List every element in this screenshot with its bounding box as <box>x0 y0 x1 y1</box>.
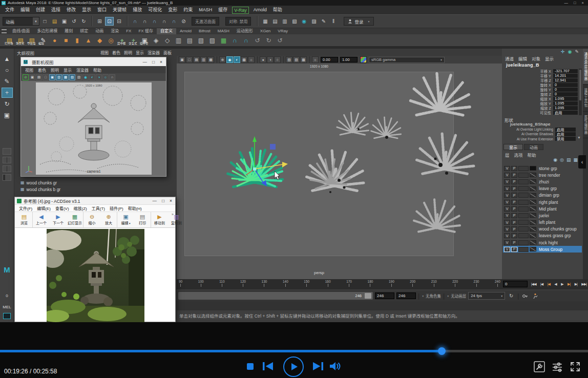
menu-item[interactable]: 编辑 <box>17 6 33 14</box>
tree render[interactable]: V P tree render <box>503 172 582 178</box>
menu-item[interactable]: 变形 <box>165 6 180 14</box>
go-to-range-end-button[interactable]: ▶▶| <box>581 282 586 286</box>
layer-playback-toggle[interactable]: P <box>511 226 517 232</box>
grid-icon[interactable]: ▤ <box>36 74 42 80</box>
zoom-out-button[interactable]: ⊖缩小 <box>83 212 100 227</box>
acdsee-menu[interactable]: 文件(F) <box>17 205 34 211</box>
layer-color-swatch[interactable] <box>530 173 536 177</box>
layer-visibility-toggle[interactable]: V <box>504 186 510 191</box>
layer-playback-toggle[interactable]: P <box>511 186 517 191</box>
pan-zoom-icon[interactable]: ▦ <box>207 56 214 63</box>
shelf-poly-cylinder[interactable]: ▮ <box>72 35 82 46</box>
layer-editor-menu[interactable]: 帮助 <box>528 152 536 158</box>
camera-window-menu[interactable]: 帮助 <box>91 67 103 73</box>
shape-node-name[interactable]: jueleikuang_BShape <box>510 122 551 127</box>
menu-item[interactable]: 窗口 <box>94 6 110 14</box>
menu-item[interactable]: V-Ray <box>232 7 249 14</box>
next-frame-button[interactable]: ▶| <box>568 282 570 286</box>
maximize-button[interactable]: □ <box>574 1 576 5</box>
shelf-tab[interactable]: 自定义 <box>157 28 176 34</box>
layer-mode-box[interactable] <box>518 173 529 178</box>
wireframe-on-shaded-icon[interactable]: ◉ <box>226 56 233 63</box>
camera-attributes-icon[interactable]: □ <box>186 56 193 63</box>
camera-window-menu[interactable]: 显示 <box>61 67 74 73</box>
layer-color-swatch[interactable] <box>530 220 536 225</box>
layer-playback-toggle[interactable]: P <box>511 179 517 184</box>
collapse-panel-button[interactable]: ‹ <box>578 155 586 169</box>
minimize-button[interactable]: — <box>564 1 569 5</box>
animation-layer-dropdown[interactable]: ▼无动画层 <box>447 293 466 299</box>
render-current-frame-icon[interactable]: ▤ <box>270 17 279 26</box>
layer-color-swatch[interactable] <box>530 247 536 251</box>
camera-window-menu[interactable]: 着色 <box>36 67 48 73</box>
shelf-poly-cube[interactable]: ■ <box>60 35 71 46</box>
shelf-tab[interactable]: FX 缓存 <box>135 28 156 34</box>
use-lights-icon[interactable]: ☼ <box>248 56 255 63</box>
shelf-tab[interactable]: FX <box>122 28 135 34</box>
panel-menu-item[interactable]: 显示 <box>134 50 145 55</box>
menu-item[interactable]: 选择 <box>48 6 64 14</box>
dimian grp[interactable]: V P dimian grp <box>503 192 582 199</box>
layer-visibility-toggle[interactable]: V <box>504 233 510 238</box>
Moss Group[interactable]: V P Moss Group <box>503 246 582 253</box>
layout-four-pane-button[interactable] <box>3 165 11 172</box>
camera-view-content[interactable]: 1920 x 1080 camera1 <box>21 81 166 176</box>
layer-visibility-toggle[interactable]: V <box>504 213 510 218</box>
select-hierarchy-icon[interactable]: ⊞ <box>95 17 104 26</box>
maximize-button[interactable]: □ <box>162 198 164 203</box>
next-button[interactable]: ▶下一个 <box>50 212 67 227</box>
symmetry-field[interactable]: 对称: 禁用 <box>225 17 251 26</box>
safe-title-icon[interactable]: ▨ <box>76 74 82 80</box>
layout-single-pane-button[interactable] <box>3 148 11 155</box>
shelf-tab[interactable]: 渲染 <box>107 28 122 34</box>
shelf-poly-cone[interactable]: ▲ <box>83 35 94 46</box>
channel-scrollbar[interactable] <box>579 69 582 115</box>
layer-playback-toggle[interactable]: P <box>511 200 517 205</box>
menu-item[interactable]: 文件 <box>2 6 17 14</box>
layer-playback-toggle[interactable]: P <box>511 213 517 218</box>
character-set-dropdown[interactable]: ▼无角色集 <box>422 293 441 299</box>
camera-view-window[interactable]: M 摄影机视图 — □ × 视图着色照明显示渲染器帮助 ⊘▣▤□▣▥▦▧▨◉◐◑… <box>20 57 166 177</box>
shelf-checker[interactable]: ▦ <box>218 35 229 46</box>
empty-layer-icon[interactable]: ▤ <box>566 157 571 162</box>
zhuzi[interactable]: V P zhuzi <box>503 178 582 185</box>
oversampling-icon[interactable]: ⊕ <box>219 56 226 63</box>
channel-value-field[interactable]: 禁用 <box>555 137 576 141</box>
current-frame-field[interactable]: 0 <box>503 281 528 287</box>
channel-value-field[interactable]: -321.707 <box>553 69 578 73</box>
shelf-tab[interactable]: XGen <box>257 28 274 34</box>
resolution-gate-icon[interactable]: ▣ <box>49 74 55 80</box>
repair-tool-icon[interactable] <box>534 361 545 372</box>
layer-playback-toggle[interactable]: P <box>511 233 517 238</box>
new-scene-icon[interactable]: □ <box>40 17 49 26</box>
left plant[interactable]: V P left plant <box>503 219 582 226</box>
hypershade-icon[interactable]: ▨ <box>309 17 318 26</box>
sidebar-vertical-tab[interactable]: 属性编辑器 <box>583 112 588 139</box>
camera-window-titlebar[interactable]: M 摄影机视图 — □ × <box>21 57 166 66</box>
layer-color-swatch[interactable] <box>530 166 536 171</box>
layer-mode-box[interactable] <box>518 220 529 225</box>
launch-render-icon[interactable]: ✎ <box>319 17 328 26</box>
manipulator-icon[interactable]: ✛ <box>561 49 565 54</box>
menu-item[interactable]: 约束 <box>180 6 196 14</box>
exposure-field[interactable]: 0.00 <box>321 57 338 62</box>
channel-value-field[interactable]: 启用 <box>555 128 576 132</box>
menu-item[interactable]: 播放 <box>130 6 145 14</box>
layer-color-swatch[interactable] <box>530 213 536 218</box>
shelf-bevel[interactable]: ▨ <box>207 35 218 46</box>
render-sequence-icon[interactable]: ▧ <box>290 17 299 26</box>
shelf-tab[interactable]: 雕刻 <box>61 28 76 34</box>
channel-value-field[interactable]: 1.095 <box>553 106 578 110</box>
snap-center-icon[interactable]: ∩ <box>160 17 169 26</box>
exposure-icon[interactable]: ☼ <box>312 56 319 63</box>
mel-label[interactable]: MEL <box>0 305 14 309</box>
pause-viewport-icon[interactable]: ‖ <box>329 17 338 26</box>
zoom-in-button[interactable]: ⊕放大 <box>100 212 117 227</box>
rotate-tool[interactable]: ↻ <box>2 99 13 109</box>
layer-visibility-toggle[interactable]: V <box>504 240 510 245</box>
selected-object-name[interactable]: jueleikuang_B <box>506 62 539 68</box>
next-button[interactable] <box>313 362 323 371</box>
panel-menu-item[interactable]: 视图 <box>99 50 110 55</box>
menu-item[interactable]: 创建 <box>33 6 48 14</box>
slideshow-button[interactable]: ▦幻灯显示 <box>67 212 83 227</box>
